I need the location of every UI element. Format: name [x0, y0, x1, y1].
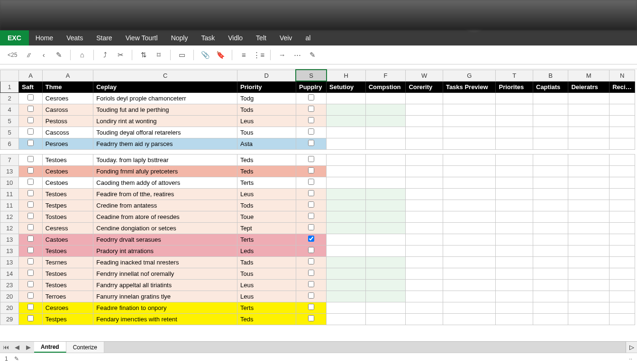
cell[interactable]	[365, 104, 406, 115]
cell[interactable]	[327, 313, 366, 325]
cell-priority[interactable]: Leus	[237, 291, 296, 302]
cell[interactable]	[19, 115, 43, 127]
row-number[interactable]: 23	[0, 279, 19, 291]
cell[interactable]	[327, 302, 366, 313]
cell[interactable]	[365, 177, 406, 188]
cell-name[interactable]: Pestoss	[42, 115, 93, 127]
cell[interactable]	[533, 245, 568, 256]
header-cell[interactable]: Priority	[237, 81, 296, 92]
cell-desc[interactable]: Fandrry appeltal all tiriatints	[93, 279, 237, 291]
cell-desc[interactable]: Feadıre fination to onpory	[93, 302, 237, 313]
cell[interactable]	[496, 165, 533, 177]
cell[interactable]	[19, 256, 43, 268]
cell[interactable]	[610, 313, 635, 325]
row-checkbox-s[interactable]	[308, 94, 314, 100]
col-F[interactable]: F	[365, 70, 406, 81]
row-number[interactable]: 13	[0, 256, 19, 268]
cell[interactable]	[296, 302, 326, 313]
cell[interactable]	[406, 234, 443, 245]
cell[interactable]	[296, 165, 326, 177]
cell-desc[interactable]: Touding fut and le perthing	[93, 104, 237, 115]
row-checkbox-s[interactable]	[308, 304, 314, 310]
cell-priority[interactable]: Leus	[237, 279, 296, 291]
header-cell[interactable]: Recime	[610, 81, 635, 92]
row-checkbox-a[interactable]	[27, 167, 34, 173]
cell[interactable]	[496, 222, 533, 234]
cell[interactable]	[610, 234, 635, 245]
cell-desc[interactable]: Credine from antatess	[93, 200, 237, 211]
cell[interactable]	[365, 138, 406, 149]
row-checkbox-s[interactable]	[308, 213, 314, 219]
row-checkbox-s[interactable]	[308, 106, 314, 112]
cell[interactable]	[365, 313, 406, 325]
cell[interactable]	[496, 256, 533, 268]
cell[interactable]	[533, 165, 568, 177]
cell[interactable]	[568, 268, 610, 279]
cell[interactable]	[496, 313, 533, 325]
cell-priority[interactable]: Leds	[237, 245, 296, 256]
arrow-right-icon[interactable]: →	[275, 48, 289, 62]
cell-desc[interactable]: Touday. from laply bsttrear	[93, 154, 237, 165]
col-M[interactable]: M	[568, 70, 610, 81]
cell[interactable]	[365, 234, 406, 245]
cell[interactable]	[610, 211, 635, 222]
cell-name[interactable]: Tostoes	[42, 211, 93, 222]
attach-icon[interactable]: 📎	[199, 48, 212, 62]
cell[interactable]	[533, 154, 568, 165]
name-box[interactable]: <25	[5, 52, 20, 58]
cell[interactable]	[443, 127, 496, 138]
cell-desc[interactable]: Foriols deyl prople chamonceterr	[93, 92, 237, 104]
row-number[interactable]: 20	[0, 302, 19, 313]
menu-al[interactable]: al	[299, 30, 317, 46]
cell[interactable]	[568, 234, 610, 245]
cell[interactable]	[610, 115, 635, 127]
cell[interactable]	[533, 200, 568, 211]
cell[interactable]	[327, 200, 366, 211]
cell[interactable]	[443, 138, 496, 149]
cell[interactable]	[496, 200, 533, 211]
cell-name[interactable]: Cestoes	[42, 177, 93, 188]
cell-desc[interactable]: Touding deyal offoral retarelers	[93, 127, 237, 138]
tab-nav-prev[interactable]: ◀	[11, 342, 23, 353]
cell[interactable]	[327, 256, 366, 268]
cell[interactable]	[296, 92, 326, 104]
cell-name[interactable]: Casross	[42, 104, 93, 115]
row-checkbox-a[interactable]	[27, 201, 34, 208]
cell[interactable]	[327, 211, 366, 222]
cell[interactable]	[610, 177, 635, 188]
cell[interactable]	[19, 104, 43, 115]
row-checkbox-a[interactable]	[27, 117, 34, 123]
back-icon[interactable]: ‹	[37, 48, 50, 62]
cell[interactable]	[296, 188, 326, 200]
cell[interactable]	[496, 279, 533, 291]
cell-name[interactable]: Cesroes	[42, 302, 93, 313]
layout-icon[interactable]: ▭	[175, 48, 189, 62]
cell[interactable]	[327, 279, 366, 291]
row-checkbox-s[interactable]	[308, 167, 314, 173]
cell[interactable]	[496, 188, 533, 200]
row-checkbox-a[interactable]	[27, 94, 34, 100]
row-checkbox-s[interactable]	[308, 247, 314, 253]
cell[interactable]	[327, 154, 366, 165]
col-H[interactable]: H	[327, 70, 366, 81]
row-checkbox-a[interactable]	[27, 315, 34, 321]
align-icon[interactable]: ≡	[237, 48, 250, 62]
cell[interactable]	[19, 165, 43, 177]
cell[interactable]	[568, 154, 610, 165]
menu-home[interactable]: Home	[29, 30, 60, 46]
cell[interactable]	[443, 92, 496, 104]
cell[interactable]	[443, 268, 496, 279]
cell-priority[interactable]: Tous	[237, 268, 296, 279]
cell[interactable]	[296, 104, 326, 115]
cell-name[interactable]: Castoes	[42, 234, 93, 245]
row-checkbox-s[interactable]	[308, 201, 314, 208]
cell-desc[interactable]: Feodrry drvalt serasues	[93, 234, 237, 245]
cell[interactable]	[327, 188, 366, 200]
row-checkbox-s[interactable]	[308, 270, 314, 276]
row-number[interactable]: 4	[0, 104, 19, 115]
cell[interactable]	[365, 188, 406, 200]
row-number[interactable]: 20	[0, 291, 19, 302]
cell[interactable]	[19, 154, 43, 165]
col-A[interactable]: A	[19, 70, 43, 81]
row-checkbox-a[interactable]	[27, 258, 34, 264]
